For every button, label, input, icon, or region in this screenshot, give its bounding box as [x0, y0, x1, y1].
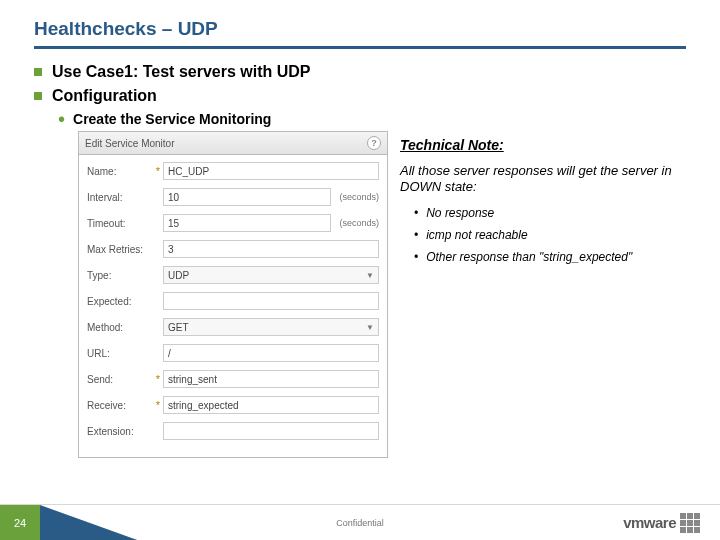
method-value: GET	[168, 322, 189, 333]
label-expected: Expected:	[87, 296, 153, 307]
footer-triangle	[40, 505, 140, 541]
extension-input[interactable]	[163, 422, 379, 440]
chevron-down-icon: ▼	[366, 323, 374, 332]
vmware-logo: vmware	[623, 513, 700, 533]
timeout-unit: (seconds)	[339, 218, 379, 228]
note-item: Other response than "string_expected"	[414, 250, 686, 264]
label-send: Send:	[87, 374, 153, 385]
note-body: All those server responses will get the …	[400, 163, 686, 196]
vmware-logo-icon	[680, 513, 700, 533]
interval-unit: (seconds)	[339, 192, 379, 202]
bullet-create: • Create the Service Monitoring	[58, 111, 686, 127]
slide-title: Healthchecks – UDP	[34, 18, 686, 46]
method-select[interactable]: GET ▼	[163, 318, 379, 336]
required-star-icon: *	[153, 399, 163, 411]
title-underline	[34, 46, 686, 49]
dot-bullet-icon: •	[58, 111, 65, 127]
row-send: Send: *	[87, 369, 379, 389]
square-bullet-icon	[34, 68, 42, 76]
required-star-icon: *	[153, 373, 163, 385]
expected-input[interactable]	[163, 292, 379, 310]
row-type: Type: UDP ▼	[87, 265, 379, 285]
help-icon[interactable]: ?	[367, 136, 381, 150]
bullet-config: Configuration	[34, 87, 686, 105]
row-name: Name: *	[87, 161, 379, 181]
row-url: URL:	[87, 343, 379, 363]
row-method: Method: GET ▼	[87, 317, 379, 337]
url-input[interactable]	[163, 344, 379, 362]
note-list: No response icmp not reachable Other res…	[400, 206, 686, 264]
row-expected: Expected:	[87, 291, 379, 311]
note-title: Technical Note:	[400, 137, 686, 153]
technical-note: Technical Note: All those server respons…	[400, 131, 686, 458]
dialog-title: Edit Service Monitor	[85, 138, 174, 149]
edit-service-monitor-dialog: Edit Service Monitor ? Name: * Interval:…	[78, 131, 388, 458]
required-star-icon: *	[153, 165, 163, 177]
label-receive: Receive:	[87, 400, 153, 411]
row-maxretries: Max Retries:	[87, 239, 379, 259]
label-method: Method:	[87, 322, 153, 333]
row-receive: Receive: *	[87, 395, 379, 415]
page-number: 24	[0, 505, 40, 540]
dialog-header: Edit Service Monitor ?	[79, 132, 387, 155]
interval-input[interactable]	[163, 188, 331, 206]
type-value: UDP	[168, 270, 189, 281]
bullet-create-text: Create the Service Monitoring	[73, 111, 271, 127]
type-select[interactable]: UDP ▼	[163, 266, 379, 284]
row-timeout: Timeout: (seconds)	[87, 213, 379, 233]
chevron-down-icon: ▼	[366, 271, 374, 280]
vmware-logo-text: vmware	[623, 514, 676, 531]
bullet-usecase-text: Use Case1: Test servers with UDP	[52, 63, 310, 81]
confidential-label: Confidential	[336, 518, 384, 528]
maxretries-input[interactable]	[163, 240, 379, 258]
note-item: No response	[414, 206, 686, 220]
bullet-usecase: Use Case1: Test servers with UDP	[34, 63, 686, 81]
timeout-input[interactable]	[163, 214, 331, 232]
receive-input[interactable]	[163, 396, 379, 414]
row-interval: Interval: (seconds)	[87, 187, 379, 207]
label-timeout: Timeout:	[87, 218, 153, 229]
row-extension: Extension:	[87, 421, 379, 441]
bullet-config-text: Configuration	[52, 87, 157, 105]
name-input[interactable]	[163, 162, 379, 180]
square-bullet-icon	[34, 92, 42, 100]
label-maxretries: Max Retries:	[87, 244, 153, 255]
label-interval: Interval:	[87, 192, 153, 203]
label-name: Name:	[87, 166, 153, 177]
send-input[interactable]	[163, 370, 379, 388]
footer: 24 Confidential vmware	[0, 504, 720, 540]
label-url: URL:	[87, 348, 153, 359]
label-extension: Extension:	[87, 426, 153, 437]
label-type: Type:	[87, 270, 153, 281]
note-item: icmp not reachable	[414, 228, 686, 242]
